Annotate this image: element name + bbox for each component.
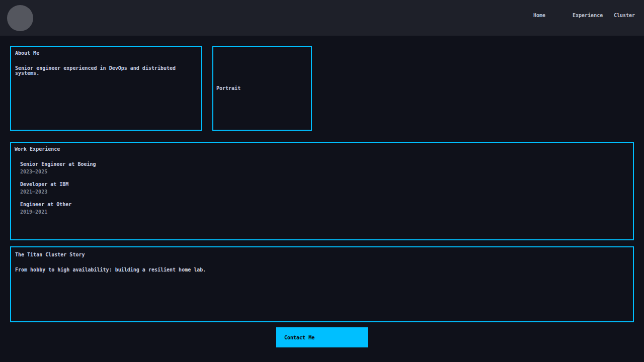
- header: Home Experience Cluster: [0, 0, 644, 36]
- about-body: Senior engineer experienced in DevOps an…: [15, 66, 201, 76]
- story-body: From hobby to high availability: buildin…: [15, 267, 633, 273]
- experience-title: Work Experience: [15, 147, 633, 152]
- story-card: The Titan Cluster Story From hobby to hi…: [10, 246, 634, 322]
- entry-years: 2023–2025: [20, 169, 633, 174]
- entry-years: 2019–2021: [20, 210, 633, 215]
- page: Home Experience Cluster About Me Senior …: [0, 0, 644, 362]
- nav-item-cluster[interactable]: Cluster: [614, 13, 635, 18]
- contact-button[interactable]: Contact Me: [276, 327, 368, 347]
- story-title: The Titan Cluster Story: [15, 252, 633, 257]
- nav-item-home[interactable]: Home: [533, 13, 545, 18]
- nav-item-experience[interactable]: Experience: [573, 13, 603, 18]
- experience-entry: Engineer at Other 2019–2021: [20, 202, 633, 215]
- about-card: About Me Senior engineer experienced in …: [10, 46, 202, 131]
- experience-card: Work Experience Senior Engineer at Boein…: [10, 142, 634, 240]
- portrait-card: Portrait: [212, 46, 312, 131]
- avatar: [7, 5, 33, 31]
- experience-entry: Senior Engineer at Boeing 2023–2025: [20, 162, 633, 174]
- about-title: About Me: [15, 51, 201, 56]
- experience-entries: Senior Engineer at Boeing 2023–2025 Deve…: [20, 162, 633, 215]
- entry-role: Developer at IBM: [20, 182, 633, 187]
- experience-entry: Developer at IBM 2021–2023: [20, 182, 633, 195]
- entry-role: Engineer at Other: [20, 202, 633, 207]
- entry-years: 2021–2023: [20, 190, 633, 195]
- portrait-placeholder-label: Portrait: [216, 86, 240, 91]
- entry-role: Senior Engineer at Boeing: [20, 162, 633, 167]
